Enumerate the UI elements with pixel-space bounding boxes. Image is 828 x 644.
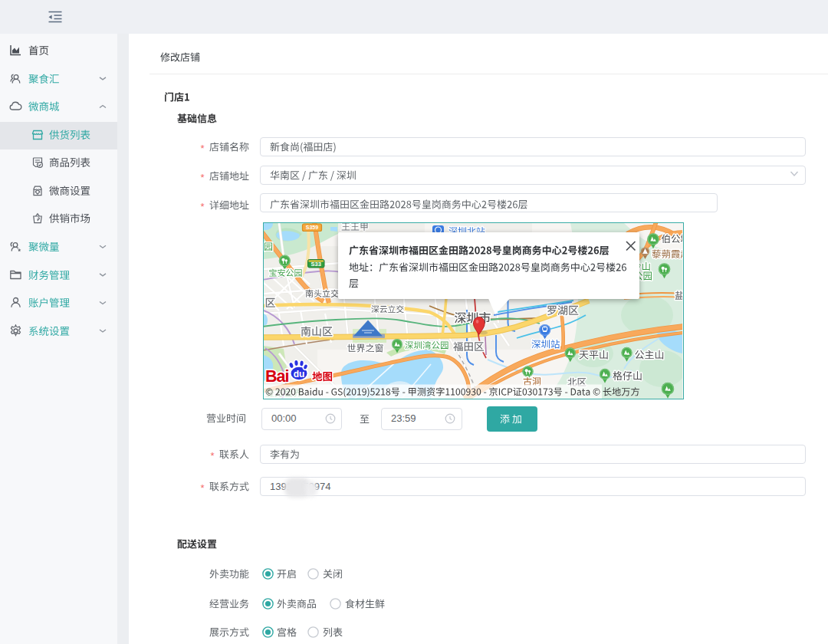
svg-text:S359: S359 [305,225,317,230]
svg-text:Bai: Bai [265,367,288,386]
svg-text:du: du [293,369,304,380]
svg-text:S33: S33 [310,261,320,268]
